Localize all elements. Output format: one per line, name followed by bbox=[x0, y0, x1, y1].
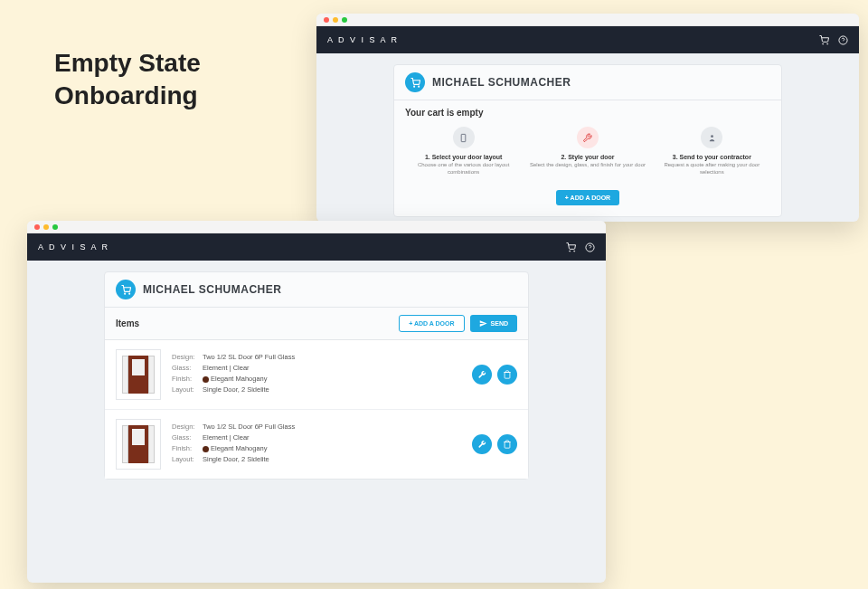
spec-label-glass: Glass: bbox=[172, 433, 203, 442]
customer-name: MICHAEL SCHUMACHER bbox=[432, 76, 571, 89]
cart-item-row: Design:Two 1/2 SL Door 6P Full Glass Gla… bbox=[105, 410, 528, 479]
spec-value-design: Two 1/2 SL Door 6P Full Glass bbox=[203, 423, 295, 431]
svg-point-5 bbox=[418, 86, 419, 87]
spec-label-finish: Finish: bbox=[172, 375, 203, 383]
empty-cart-message: Your cart is empty bbox=[394, 100, 781, 121]
svg-point-12 bbox=[124, 293, 125, 294]
step-1-title: 1. Select your door layout bbox=[405, 154, 522, 160]
card-header: MICHAEL SCHUMACHER bbox=[394, 65, 781, 100]
item-specs: Design:Two 1/2 SL Door 6P Full Glass Gla… bbox=[172, 353, 461, 396]
spec-value-glass: Element | Clear bbox=[203, 364, 250, 372]
spec-label-design: Design: bbox=[172, 353, 203, 361]
empty-cart-card: MICHAEL SCHUMACHER Your cart is empty 1.… bbox=[393, 64, 782, 217]
step-2-desc: Select the design, glass, and finish for… bbox=[529, 162, 646, 169]
window-cart-items: A D V I S A R MICHAEL SCHUMACHER Items +… bbox=[27, 221, 606, 583]
svg-point-0 bbox=[823, 43, 824, 44]
spec-label-layout: Layout: bbox=[172, 455, 203, 463]
cart-badge-icon bbox=[116, 280, 136, 299]
customer-name: MICHAEL SCHUMACHER bbox=[143, 283, 281, 296]
window-titlebar bbox=[316, 14, 859, 26]
spec-label-finish: Finish: bbox=[172, 444, 203, 452]
svg-point-13 bbox=[128, 293, 129, 294]
maximize-dot-icon[interactable] bbox=[342, 17, 347, 23]
brand-logo: A D V I S A R bbox=[327, 35, 399, 44]
send-button[interactable]: SEND bbox=[470, 315, 517, 332]
items-label: Items bbox=[116, 318, 139, 328]
close-dot-icon[interactable] bbox=[34, 224, 40, 230]
step-3-desc: Request a quote after making your door s… bbox=[654, 162, 770, 176]
cart-item-row: Design:Two 1/2 SL Door 6P Full Glass Gla… bbox=[105, 340, 528, 410]
window-titlebar bbox=[27, 221, 606, 233]
spec-label-design: Design: bbox=[172, 423, 203, 431]
minimize-dot-icon[interactable] bbox=[333, 17, 338, 23]
step-1: 1. Select your door layout Choose one of… bbox=[401, 127, 525, 176]
spec-value-design: Two 1/2 SL Door 6P Full Glass bbox=[203, 353, 295, 361]
page-heading: Empty State Onboarding bbox=[54, 47, 201, 113]
window-empty-state: A D V I S A R MICHAEL SCHUMACHER Your ca… bbox=[316, 14, 859, 222]
svg-point-4 bbox=[413, 86, 414, 87]
add-door-button[interactable]: + ADD A DOOR bbox=[399, 315, 464, 332]
layout-icon bbox=[453, 127, 475, 148]
cart-card: MICHAEL SCHUMACHER Items + ADD A DOOR SE… bbox=[104, 271, 529, 480]
finish-swatch-icon bbox=[203, 376, 209, 383]
delete-item-button[interactable] bbox=[497, 434, 517, 454]
step-3-title: 3. Send to your contractor bbox=[654, 154, 770, 160]
step-2-title: 2. Style your door bbox=[529, 154, 646, 160]
item-specs: Design:Two 1/2 SL Door 6P Full Glass Gla… bbox=[172, 423, 461, 466]
help-icon[interactable] bbox=[838, 35, 848, 45]
add-door-button[interactable]: + ADD A DOOR bbox=[556, 190, 619, 205]
svg-point-7 bbox=[711, 135, 713, 138]
finish-swatch-icon bbox=[203, 446, 209, 452]
spec-label-layout: Layout: bbox=[172, 385, 203, 394]
spec-value-finish: Elegant Mahogany bbox=[211, 444, 268, 452]
minimize-dot-icon[interactable] bbox=[43, 224, 49, 230]
edit-item-button[interactable] bbox=[472, 365, 492, 385]
svg-rect-6 bbox=[461, 134, 466, 141]
spec-value-layout: Single Door, 2 Sidelite bbox=[203, 455, 269, 463]
items-header: Items + ADD A DOOR SEND bbox=[105, 308, 528, 340]
close-dot-icon[interactable] bbox=[324, 17, 329, 23]
maximize-dot-icon[interactable] bbox=[52, 224, 58, 230]
spec-label-glass: Glass: bbox=[172, 364, 203, 372]
help-icon[interactable] bbox=[585, 242, 595, 252]
app-navbar: A D V I S A R bbox=[27, 233, 606, 261]
cart-badge-icon bbox=[405, 72, 425, 92]
card-header: MICHAEL SCHUMACHER bbox=[105, 272, 528, 308]
style-icon bbox=[577, 127, 599, 148]
cart-icon[interactable] bbox=[566, 242, 576, 252]
delete-item-button[interactable] bbox=[497, 365, 517, 385]
spec-value-finish: Elegant Mahogany bbox=[211, 375, 268, 383]
contractor-icon bbox=[701, 127, 722, 148]
step-3: 3. Send to your contractor Request a quo… bbox=[650, 127, 774, 176]
onboarding-steps: 1. Select your door layout Choose one of… bbox=[394, 121, 781, 180]
step-2: 2. Style your door Select the design, gl… bbox=[525, 127, 649, 176]
app-navbar: A D V I S A R bbox=[316, 26, 859, 53]
svg-point-1 bbox=[827, 43, 828, 44]
spec-value-layout: Single Door, 2 Sidelite bbox=[203, 385, 269, 394]
brand-logo: A D V I S A R bbox=[38, 242, 109, 252]
svg-point-9 bbox=[574, 251, 575, 252]
spec-value-glass: Element | Clear bbox=[203, 433, 250, 442]
door-thumbnail bbox=[116, 419, 161, 470]
cart-icon[interactable] bbox=[819, 35, 829, 45]
edit-item-button[interactable] bbox=[472, 434, 492, 454]
send-button-label: SEND bbox=[491, 320, 508, 327]
step-1-desc: Choose one of the various door layout co… bbox=[405, 162, 522, 176]
svg-point-8 bbox=[570, 251, 571, 252]
door-thumbnail bbox=[116, 349, 161, 400]
